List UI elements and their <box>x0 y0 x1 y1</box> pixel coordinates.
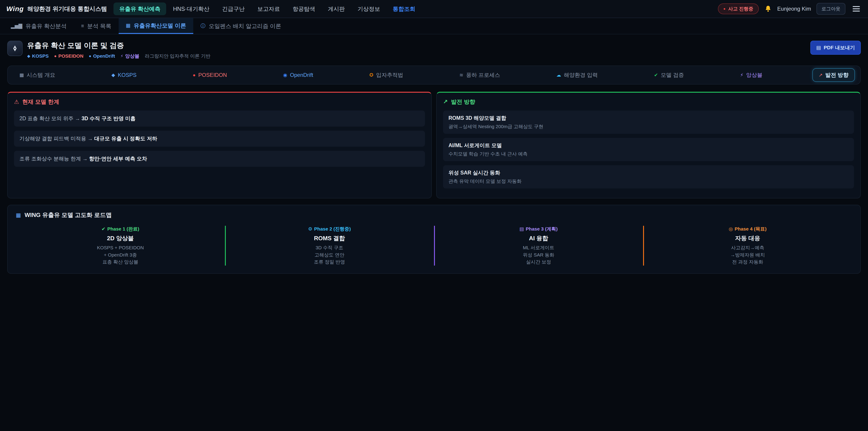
sub-tab[interactable]: ⓘ 오일펜스 배치 알고리즘 이론 <box>193 18 288 34</box>
sub-tab-icon: ▦ <box>126 23 131 29</box>
badge-label: POSEIDON <box>58 53 84 59</box>
section-tab-icon: ✔ <box>654 72 658 78</box>
section-tab[interactable]: ▦ 시스템 개요 <box>13 68 62 82</box>
phase-label: Phase 4 (목표) <box>735 226 767 232</box>
section-tab[interactable]: ↗ 발전 방향 <box>812 68 855 82</box>
nav-item-label: 기상정보 <box>358 5 380 13</box>
current-limitations-panel: ⚠ 현재 모델 한계 2D 표층 확산 모의 위주 → 3D 수직 구조 반영 … <box>7 92 432 198</box>
alert-dot-icon: ● <box>723 7 725 11</box>
section-tab-label: POSEIDON <box>198 72 227 78</box>
future-item: 위성 SAR 실시간 동화 관측 유막 데이터 모델 보정 자동화 <box>443 165 854 188</box>
nav-item[interactable]: 통합조회 <box>387 2 421 15</box>
phase-label: Phase 2 (진행중) <box>314 226 351 232</box>
topnav-right: ● 사고 진행중 Eunjeong Kim 로그아웃 <box>718 3 862 15</box>
nav-item[interactable]: 게시판 <box>322 2 351 15</box>
sub-tab[interactable]: ▦ 유출유확산모델 이론 <box>119 18 193 34</box>
future-directions-panel: ↗ 발전 방향 ROMS 3D 해양모델 결합 광역→상세역 Nesting 2… <box>436 92 861 198</box>
model-badge: ● OpenDrift <box>89 53 115 59</box>
phase-detail-line: + OpenDrift 3종 <box>20 251 221 258</box>
nav-item-label: 보고자료 <box>257 5 280 13</box>
phase-detail-line: 위성 SAR 동화 <box>438 251 640 258</box>
sub-tab-label: 유출유확산모델 이론 <box>133 22 186 29</box>
pdf-export-button[interactable]: ▤ PDF 내보내기 <box>810 41 861 55</box>
brand: Wing 해양환경 위기대응 통합시스템 <box>6 5 107 13</box>
page-header-text: 유출유 확산 모델 이론 및 검증 ◆ KOSPS ● POSEIDON ● <box>27 41 211 59</box>
limitation-text: 조류 조화상수 분해능 한계 → <box>20 156 89 162</box>
nav-item-label: HNS·대기확산 <box>173 5 209 13</box>
model-badge: ● POSEIDON <box>54 53 84 59</box>
incident-status-badge[interactable]: ● 사고 진행중 <box>718 3 759 14</box>
sub-tab[interactable]: ▂▅▇ 유출유 확산분석 <box>4 18 74 34</box>
sub-tab-label: 오일펜스 배치 알고리즘 이론 <box>209 22 281 30</box>
phase-status-icon: ▤ <box>520 226 524 232</box>
future-item-desc: 수치모델 학습 기반 수초 내 근사 예측 <box>448 151 848 157</box>
phase-detail-line: 조류 정밀 반영 <box>228 258 430 266</box>
nav-item[interactable]: HNS·대기확산 <box>167 2 215 15</box>
page-header: 유출유 확산 모델 이론 및 검증 ◆ KOSPS ● POSEIDON ● <box>7 41 861 59</box>
roadmap-panel: ▦ WING 유출유 모델 고도화 로드맵 ✔Phase 1 (완료) 2D 앙… <box>7 205 861 274</box>
section-tab-label: 앙상블 <box>746 71 763 79</box>
limitation-highlight: 대규모 유출 시 정확도 저하 <box>94 135 157 142</box>
badge-list: ◆ KOSPS ● POSEIDON ● OpenDrift ⚡ 앙상블 <box>27 53 139 59</box>
bell-icon[interactable] <box>764 5 772 13</box>
pen-nib-icon <box>7 41 23 56</box>
phase-title: 2D 앙상블 <box>20 235 221 242</box>
sub-tab-icon: ≡ <box>81 23 84 29</box>
phase-detail-line: KOSPS + POSEIDON <box>20 244 221 251</box>
sub-tab-label: 유출유 확산분석 <box>26 22 67 30</box>
section-tab-icon: ▦ <box>20 72 24 78</box>
future-item-title: 위성 SAR 실시간 동화 <box>448 169 848 176</box>
section-tab[interactable]: ☁ 해양환경 입력 <box>550 68 604 82</box>
section-tab-label: KOSPS <box>118 72 136 78</box>
badge-icon: ⚡ <box>121 54 123 59</box>
section-tab-label: 해양환경 입력 <box>564 71 598 79</box>
section-tab-icon: ● <box>193 72 196 78</box>
limitations-list: 2D 표층 확산 모의 위주 → 3D 수직 구조 반영 미흡 기상해양 결합 … <box>14 111 425 167</box>
phase-label: Phase 1 (완료) <box>107 226 139 232</box>
wing-logo: Wing <box>6 5 24 13</box>
roadmap-phases: ✔Phase 1 (완료) 2D 앙상블 KOSPS + POSEIDON + … <box>16 225 852 267</box>
sub-tab-icon: ⓘ <box>200 23 206 29</box>
section-tab[interactable]: ✔ 모델 검증 <box>648 68 690 82</box>
nav-item[interactable]: 기상정보 <box>352 2 386 15</box>
section-tab[interactable]: ≋ 풍하 프로세스 <box>453 68 506 82</box>
nav-item[interactable]: 항공탐색 <box>287 2 321 15</box>
top-navigation: Wing 해양환경 위기대응 통합시스템 유출유 확산예측HNS·대기확산긴급구… <box>0 0 868 18</box>
phase-detail-line: 전 과정 자동화 <box>647 258 848 266</box>
roadmap-phase: ◎Phase 4 (목표) 자동 대응 사고감지→예측 →방제자원 배치 전 과… <box>643 225 852 267</box>
badge-icon: ● <box>54 54 57 59</box>
nav-item[interactable]: 긴급구난 <box>216 2 251 15</box>
section-tab[interactable]: ◉ OpenDrift <box>277 69 320 81</box>
roadmap-phase: ⚙Phase 2 (진행중) ROMS 결합 3D 수직 구조 고해상도 연안 … <box>225 225 434 267</box>
section-tab[interactable]: ◆ KOSPS <box>105 69 143 81</box>
section-tab-label: 입자추적법 <box>376 71 403 79</box>
phase-status-icon: ✔ <box>101 226 105 232</box>
section-tabs: ▦ 시스템 개요 ◆ KOSPS ● POSEIDON ◉ OpenDrift … <box>7 65 861 85</box>
section-tab-icon: ◉ <box>283 72 287 78</box>
phase-detail-line: 표층 확산 앙상블 <box>20 258 221 266</box>
nav-item[interactable]: 보고자료 <box>252 2 286 15</box>
section-tab[interactable]: ● POSEIDON <box>186 69 233 81</box>
section-tab-icon: ⚡ <box>740 72 743 78</box>
menu-icon[interactable] <box>851 4 862 13</box>
phase-title: AI 융합 <box>438 235 640 242</box>
limitation-item: 기상해양 결합 피드백 미적용 → 대규모 유출 시 정확도 저하 <box>14 131 425 147</box>
alert-label: 사고 진행중 <box>728 6 753 12</box>
section-tab[interactable]: ✪ 입자추적법 <box>363 68 410 82</box>
roadmap-phase: ✔Phase 1 (완료) 2D 앙상블 KOSPS + POSEIDON + … <box>16 225 225 267</box>
nav-item[interactable]: 유출유 확산예측 <box>114 2 166 15</box>
roadmap-phase: ▤Phase 3 (계획) AI 융합 ML 서로게이트 위성 SAR 동화 실… <box>434 225 643 267</box>
badge-icon: ◆ <box>27 54 30 59</box>
nav-item-label: 긴급구난 <box>222 5 245 13</box>
limitation-item: 조류 조화상수 분해능 한계 → 항만·연안 세부 예측 오차 <box>14 151 425 167</box>
section-tab[interactable]: ⚡ 앙상블 <box>734 68 769 82</box>
grid-chart-icon: ▦ <box>16 212 21 218</box>
nav-item-label: 통합조회 <box>393 5 415 13</box>
sub-tab[interactable]: ≡ 분석 목록 <box>74 18 119 34</box>
limitation-text: 기상해양 결합 피드백 미적용 → <box>20 135 94 142</box>
limitation-highlight: 3D 수직 구조 반영 미흡 <box>82 116 135 121</box>
future-item-desc: 광역→상세역 Nesting 200m급 고해상도 구현 <box>448 123 848 130</box>
phase-status-icon: ◎ <box>729 226 733 232</box>
main-content: 유출유 확산 모델 이론 및 검증 ◆ KOSPS ● POSEIDON ● <box>0 34 868 280</box>
logout-button[interactable]: 로그아웃 <box>816 3 845 15</box>
